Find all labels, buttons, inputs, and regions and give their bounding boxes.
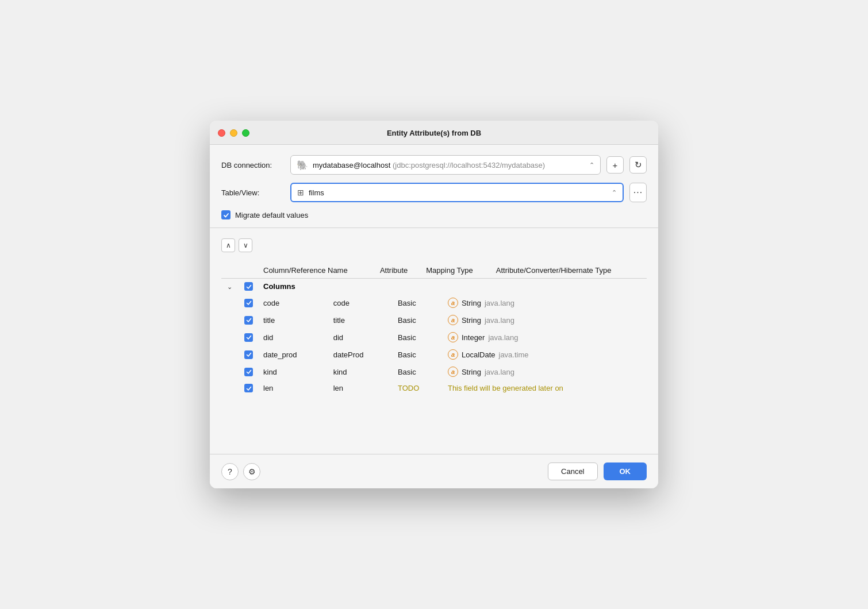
col-header-name: Column/Reference Name: [259, 263, 375, 279]
type-dim: java.lang: [488, 333, 518, 342]
sort-up-button[interactable]: ∧: [221, 238, 235, 252]
col-header-indent: [221, 263, 240, 279]
col-header-attribute: Attribute: [375, 263, 421, 279]
traffic-lights: [218, 129, 249, 137]
col-header-type: Attribute/Converter/Hibernate Type: [491, 263, 647, 279]
table-row: codecodeBasic a String java.lang: [221, 294, 647, 311]
refresh-connection-button[interactable]: ↻: [629, 156, 647, 174]
col-mapping: Basic: [393, 346, 443, 363]
row-indent: [221, 294, 240, 311]
ok-button[interactable]: OK: [604, 462, 647, 480]
type-main: Integer: [462, 333, 485, 342]
row-checkbox[interactable]: [244, 384, 253, 392]
db-dropdown-arrow-icon: ⌃: [589, 161, 594, 169]
db-icon: 🐘: [297, 160, 308, 171]
col-mapping: Basic: [393, 363, 443, 380]
col-type: This field will be generated later on: [443, 380, 647, 396]
sort-controls: ∧ ∨: [221, 236, 647, 255]
table-row: kindkindBasic a String java.lang: [221, 363, 647, 380]
db-name: mydatabase@localhost: [313, 161, 390, 169]
annotation-icon: a: [448, 315, 458, 325]
group-expand-button[interactable]: ⌄: [226, 283, 233, 291]
col-mapping: Basic: [393, 294, 443, 311]
close-button[interactable]: [218, 129, 225, 137]
migrate-checkbox-row: Migrate default values: [221, 210, 647, 219]
window-title: Entity Attribute(s) from DB: [387, 129, 481, 137]
group-checkbox[interactable]: [244, 282, 253, 291]
row-checkbox[interactable]: [244, 368, 253, 376]
col-type: a Integer java.lang: [443, 329, 647, 346]
table-row: date_proddateProdBasic a LocalDate java.…: [221, 346, 647, 363]
type-dim: java.lang: [485, 368, 514, 376]
type-cell: a LocalDate java.time: [448, 349, 642, 360]
col-attribute: code: [329, 294, 393, 311]
col-attribute: dateProd: [329, 346, 393, 363]
table-view-row: Table/View: ⊞ films ⌃ ···: [221, 183, 647, 202]
migrate-checkbox[interactable]: [221, 210, 231, 219]
row-checkbox[interactable]: [244, 350, 253, 359]
row-checkbox-cell: [240, 294, 259, 311]
table-more-button[interactable]: ···: [629, 183, 647, 202]
table-row: diddidBasic a Integer java.lang: [221, 329, 647, 346]
table-icon: ⊞: [297, 188, 304, 197]
title-bar: Entity Attribute(s) from DB: [210, 121, 658, 145]
db-connection-label: DB connection:: [221, 161, 285, 169]
col-attribute: len: [329, 380, 393, 396]
col-header-check: [240, 263, 259, 279]
col-name: code: [259, 294, 329, 311]
row-indent: [221, 346, 240, 363]
settings-button[interactable]: ⚙: [243, 463, 260, 480]
type-dim: java.lang: [485, 316, 514, 325]
annotation-icon: a: [448, 349, 458, 360]
table-view-field[interactable]: ⊞ films ⌃: [290, 183, 624, 202]
type-dim: java.lang: [485, 299, 514, 307]
col-attribute: kind: [329, 363, 393, 380]
col-header-mapping: Mapping Type: [421, 263, 491, 279]
attributes-table: Column/Reference Name Attribute Mapping …: [221, 263, 647, 294]
type-cell: a String java.lang: [448, 315, 642, 325]
type-cell: a String java.lang: [448, 367, 642, 377]
annotation-icon: a: [448, 298, 458, 308]
table-name-text: films: [309, 188, 607, 197]
dialog-window: Entity Attribute(s) from DB DB connectio…: [210, 121, 658, 488]
col-name: did: [259, 329, 329, 346]
mapping-todo: TODO: [398, 384, 419, 392]
db-connection-row: DB connection: 🐘 mydatabase@localhost (j…: [221, 155, 647, 175]
col-type: a String java.lang: [443, 294, 647, 311]
col-attribute: did: [329, 329, 393, 346]
maximize-button[interactable]: [242, 129, 249, 137]
migrate-label: Migrate default values: [235, 211, 308, 219]
footer: ? ⚙ Cancel OK: [210, 454, 658, 488]
columns-table: Column/Reference Name Attribute Mapping …: [221, 263, 647, 444]
row-checkbox[interactable]: [244, 333, 253, 342]
row-checkbox-cell: [240, 311, 259, 329]
cancel-button[interactable]: Cancel: [548, 462, 597, 480]
footer-left: ? ⚙: [221, 463, 260, 480]
table-view-label: Table/View:: [221, 188, 285, 197]
type-main: LocalDate: [462, 350, 496, 359]
row-checkbox[interactable]: [244, 316, 253, 325]
add-connection-button[interactable]: +: [606, 156, 624, 174]
type-cell: a Integer java.lang: [448, 332, 642, 342]
group-checkbox-cell: [240, 279, 259, 295]
row-indent: [221, 380, 240, 396]
db-connection-field[interactable]: 🐘 mydatabase@localhost (jdbc:postgresql:…: [290, 155, 601, 175]
col-mapping: Basic: [393, 329, 443, 346]
col-name: kind: [259, 363, 329, 380]
col-type: a String java.lang: [443, 363, 647, 380]
table-header-row: Column/Reference Name Attribute Mapping …: [221, 263, 647, 279]
help-button[interactable]: ?: [221, 463, 239, 480]
col-name: title: [259, 311, 329, 329]
table-row: titletitleBasic a String java.lang: [221, 311, 647, 329]
sort-down-button[interactable]: ∨: [239, 238, 252, 252]
minimize-button[interactable]: [230, 129, 237, 137]
row-checkbox[interactable]: [244, 299, 253, 307]
db-url: (jdbc:postgresql://localhost:5432/mydata…: [393, 161, 545, 169]
row-indent: [221, 311, 240, 329]
todo-message: This field will be generated later on: [448, 384, 563, 392]
row-checkbox-cell: [240, 329, 259, 346]
col-attribute: title: [329, 311, 393, 329]
table-row: lenlenTODOThis field will be generated l…: [221, 380, 647, 396]
type-main: String: [462, 368, 481, 376]
row-checkbox-cell: [240, 363, 259, 380]
